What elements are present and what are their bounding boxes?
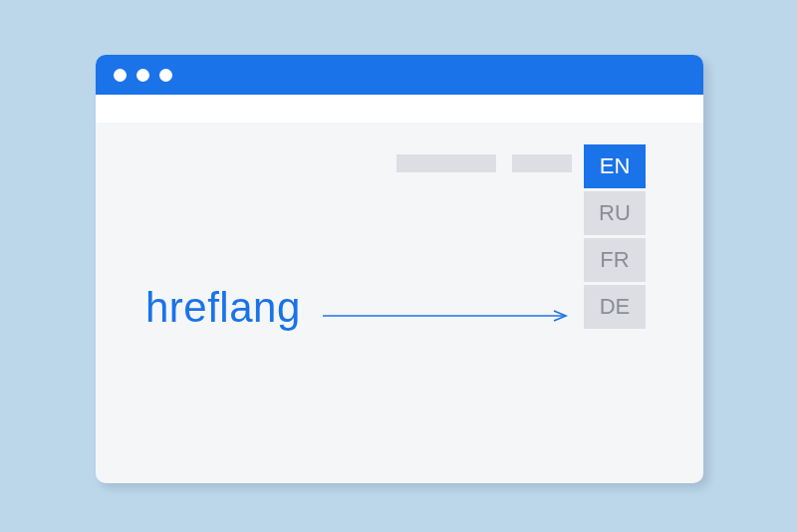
language-option-de[interactable]: DE [584, 285, 646, 329]
nav-placeholder [397, 154, 496, 172]
hreflang-label: hreflang [145, 284, 301, 332]
tab-bar [96, 95, 703, 123]
window-control-dot [114, 69, 127, 82]
nav-placeholder [512, 154, 572, 172]
language-option-fr[interactable]: FR [584, 238, 646, 282]
window-control-dot [136, 69, 149, 82]
language-option-ru[interactable]: RU [584, 191, 646, 235]
page-content: EN RU FR DE hreflang [96, 123, 703, 483]
window-control-dot [159, 69, 172, 82]
arrow-icon [323, 310, 572, 322]
language-menu: EN RU FR DE [584, 144, 646, 329]
browser-window: EN RU FR DE hreflang [96, 55, 703, 483]
titlebar [96, 55, 703, 95]
language-option-en[interactable]: EN [584, 144, 646, 188]
